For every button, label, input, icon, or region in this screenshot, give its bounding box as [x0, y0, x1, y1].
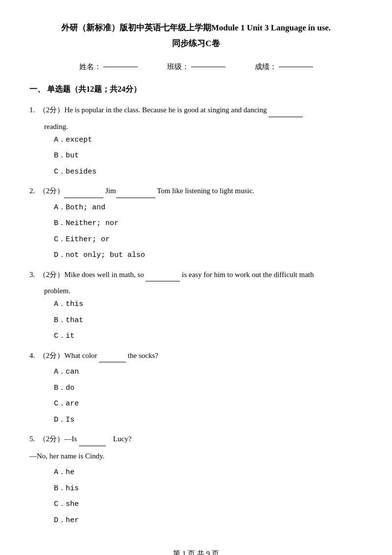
- q5-number: 5.: [29, 435, 39, 443]
- q4-body: What color the socks?: [64, 352, 158, 359]
- q4-option-b: B．do: [29, 381, 363, 396]
- q2-option-b: B．Neither; nor: [29, 217, 363, 231]
- q2-option-d: D．not only; but also: [29, 249, 363, 263]
- score-field: 成绩：: [255, 60, 313, 74]
- q5-option-d: D．her: [29, 514, 363, 528]
- q3-body: Mike does well in math, so is easy for h…: [64, 271, 314, 278]
- q5-option-c: C．she: [29, 498, 363, 512]
- q1-blank: [269, 117, 303, 117]
- q2-blank1: [64, 198, 103, 198]
- question-1: 1. （2分）He is popular in the class. Becau…: [29, 103, 363, 179]
- q2-number: 2.: [29, 187, 39, 195]
- q5-body: —Is Lucy?: [64, 435, 131, 443]
- name-field: 姓名：: [79, 60, 138, 74]
- q4-points: （2分）: [39, 352, 65, 359]
- q3-continuation: problem.: [29, 284, 363, 298]
- title-sub: 同步练习C卷: [29, 36, 363, 51]
- name-label: 姓名：: [79, 60, 101, 74]
- q4-option-a: A．can: [29, 365, 363, 379]
- q5-option-a: A．he: [29, 466, 363, 480]
- q3-blank: [146, 281, 180, 281]
- q1-number: 1.: [29, 106, 39, 114]
- section1-title: 一、 单选题（共12题；共24分）: [29, 82, 363, 97]
- name-line: [103, 67, 138, 67]
- title-section: 外研（新标准）版初中英语七年级上学期Module 1 Unit 3 Langua…: [29, 20, 363, 51]
- q1-option-c: C．besides: [29, 165, 363, 179]
- title-main: 外研（新标准）版初中英语七年级上学期Module 1 Unit 3 Langua…: [29, 20, 363, 36]
- question-3: 3. （2分）Mike does well in math, so is eas…: [29, 268, 363, 344]
- q2-option-a: A．Both; and: [29, 201, 363, 215]
- question-1-text: 1. （2分）He is popular in the class. Becau…: [29, 103, 363, 117]
- q5-blank: [79, 446, 106, 446]
- q3-points: （2分）: [39, 271, 65, 278]
- q2-points: （2分）: [39, 187, 65, 195]
- info-row: 姓名： 班级： 成绩：: [29, 60, 363, 74]
- q1-option-a: A．except: [29, 133, 363, 148]
- q4-number: 4.: [29, 352, 39, 359]
- q1-option-b: B．but: [29, 149, 363, 163]
- question-2-text: 2. （2分） Jim Tom like listening to light …: [29, 184, 363, 198]
- score-label: 成绩：: [255, 60, 277, 74]
- score-line: [279, 67, 313, 67]
- q2-jim: Jim: [105, 187, 116, 195]
- q4-option-c: C．are: [29, 397, 363, 411]
- class-line: [191, 67, 225, 67]
- q5-reply: —No, her name is Cindy.: [29, 449, 363, 463]
- footer-text: 第 1 页 共 9 页: [173, 550, 219, 555]
- q3-option-a: A．this: [29, 298, 363, 312]
- q3-option-b: B．that: [29, 314, 363, 328]
- class-field: 班级：: [167, 60, 225, 74]
- question-4: 4. （2分）What color the socks? A．can B．do …: [29, 349, 363, 428]
- question-4-text: 4. （2分）What color the socks?: [29, 349, 363, 363]
- question-2: 2. （2分） Jim Tom like listening to light …: [29, 184, 363, 263]
- class-label: 班级：: [167, 60, 189, 74]
- q2-rest: Tom like listening to light music.: [157, 187, 254, 195]
- q4-blank: [99, 362, 126, 362]
- page-footer: 第 1 页 共 9 页: [29, 547, 363, 555]
- q3-number: 3.: [29, 271, 39, 278]
- q2-option-c: C．Either; or: [29, 233, 363, 247]
- q1-points: （2分）: [39, 106, 65, 114]
- question-3-text: 3. （2分）Mike does well in math, so is eas…: [29, 268, 363, 282]
- q4-option-d: D．Is: [29, 413, 363, 428]
- q5-points: （2分）: [39, 435, 65, 443]
- q1-continuation: reading.: [29, 120, 363, 133]
- q1-body: He is popular in the class. Because he i…: [64, 106, 303, 114]
- q2-blank2: [116, 198, 155, 198]
- question-5: 5. （2分）—Is Lucy? —No, her name is Cindy.…: [29, 432, 363, 528]
- q3-option-c: C．it: [29, 329, 363, 344]
- q5-option-b: B．his: [29, 482, 363, 496]
- question-5-text: 5. （2分）—Is Lucy?: [29, 432, 363, 446]
